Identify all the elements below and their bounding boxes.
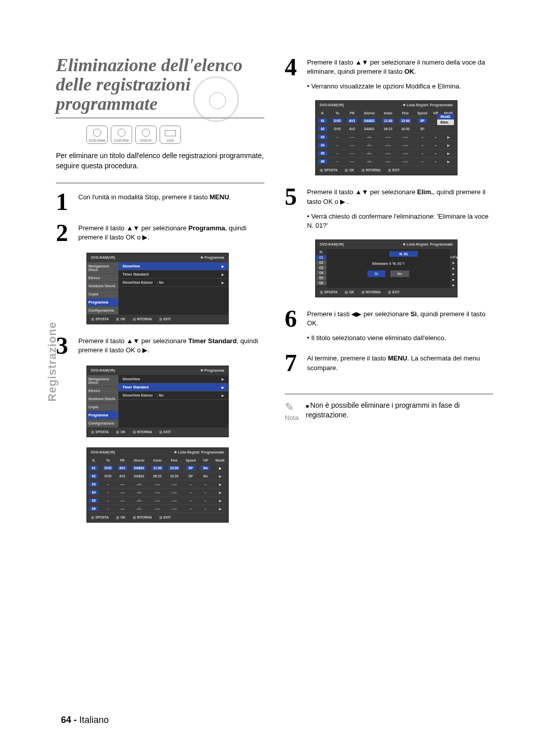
step-5: 5 Premere il tasto ▲▼ per selezionare El…	[285, 186, 493, 207]
osd-screen-programma-showview: DVD-RAM(VR)Programma Navigazione Disco E…	[86, 253, 229, 324]
popup-elim: Elim.	[437, 119, 454, 125]
table-row: 04--------/----:----:------	[87, 489, 228, 497]
side-programma: Programma	[87, 411, 118, 419]
osd-screen-programma-timer: DVD-RAM(VR)Programma Navigazione Disco E…	[86, 366, 229, 437]
menu-showview: ShowView	[118, 262, 228, 270]
left-column: Eliminazione dell'elenco delle registraz…	[56, 56, 264, 533]
table-row: 05--------/----:----:------	[87, 497, 228, 505]
dialog-question: Eliminare il 'N. 01'?	[329, 257, 448, 270]
side-copia: Copia	[87, 403, 118, 411]
step-text: Con l'unità in modalità Stop, premere il…	[78, 191, 231, 213]
side-elenco: Elenco	[87, 274, 118, 282]
table-row: 06--------/----:----:------	[87, 505, 228, 513]
side-config: Configurazione	[87, 307, 118, 315]
step-2: 2 Premere il tasto ▲▼ per selezionare Pr…	[56, 222, 264, 244]
section-tab: Registrazione	[46, 322, 59, 402]
badge-vhs: VHS	[160, 126, 181, 144]
menu-timer-std: Timer Standard	[118, 270, 228, 279]
step-7: 7 Al termine, premere il tasto MENU. La …	[285, 352, 493, 374]
step-6: 6 Premere i tasti ◀▶ per selezionare Sì,…	[285, 308, 493, 329]
step-number: 7	[285, 352, 302, 374]
side-copia: Copia	[87, 290, 118, 298]
step-3: 3 Premere il tasto ▲▼ per selezionare Ti…	[56, 335, 264, 356]
step-text: Premere il tasto ▲▼ per selezionare Prog…	[78, 222, 264, 244]
osd-screen-confirm: DVD-RAM(VR)Lista Registr. Programmate N.…	[315, 239, 458, 297]
dialog-no: No	[390, 270, 409, 277]
menu-timer-std: Timer Standard	[118, 383, 228, 391]
media-badges: DVD-RAM DVD-RW DVD-R VHS	[86, 126, 264, 144]
step-text: Premere i tasti ◀▶ per selezionare Sì, q…	[307, 308, 493, 329]
intro-text: Per eliminare un titolo dall'elenco dell…	[56, 151, 264, 171]
step-number: 6	[285, 308, 302, 329]
popup-modif: Modif.	[437, 114, 454, 119]
step-text: Premere il tasto ▲▼ per selezionare Elim…	[307, 186, 493, 207]
menu-sv-esteso: ShowView Esteso : No	[118, 391, 228, 400]
side-gestione: Gestione Dischi	[87, 395, 118, 403]
badge-dvd-r: DVD-R	[135, 126, 157, 144]
table-header-row: N.ToPRGiornoInizioFineSpeedV/PModif.	[87, 457, 228, 464]
menu-showview: ShowView	[118, 375, 228, 383]
step-4-bullet: • Verranno visualizzate le opzioni Modif…	[307, 82, 493, 91]
note-text: Non è possibile eliminare i programmi in…	[306, 401, 493, 420]
step-text: Premere il tasto ▲▼ per selezionare il n…	[307, 56, 493, 78]
step-text: Premere il tasto ▲▼ per selezionare Time…	[78, 335, 264, 356]
step-5-bullet: • Verrà chiesto di confermare l'eliminaz…	[307, 212, 493, 230]
step-number: 5	[285, 186, 302, 207]
note-icon: ✎	[285, 401, 298, 414]
table-row: 01DVDAV1SAB0111:0013:00SPNo	[87, 464, 228, 472]
side-gestione: Gestione Dischi	[87, 282, 118, 290]
dialog-title: N. 01	[389, 251, 418, 257]
dialog-yes: Sì	[368, 270, 385, 277]
menu-sv-esteso: ShowView Esteso : No	[118, 279, 228, 287]
side-nav-disco: Navigazione Disco	[87, 375, 118, 387]
step-number: 2	[56, 222, 73, 244]
divider	[56, 117, 264, 118]
step-number: 4	[285, 56, 302, 78]
page-footer: 64 - Italiano	[61, 715, 109, 725]
schedule-table: N.ToPRGiornoInizioFineSpeedV/PModif. 01D…	[316, 110, 457, 166]
side-programma: Programma	[87, 298, 118, 307]
step-1: 1 Con l'unità in modalità Stop, premere …	[56, 191, 264, 213]
divider	[56, 183, 264, 184]
side-elenco: Elenco	[87, 387, 118, 395]
badge-dvd-rw: DVD-RW	[111, 126, 132, 144]
step-number: 1	[56, 191, 73, 213]
step-4: 4 Premere il tasto ▲▼ per selezionare il…	[285, 56, 493, 78]
badge-dvd-ram: DVD-RAM	[86, 126, 108, 144]
right-column: 4 Premere il tasto ▲▼ per selezionare il…	[285, 56, 493, 533]
table-row: 02DVDAV2SAB0109:2210:30SPNo	[87, 472, 228, 480]
step-text: Al termine, premere il tasto MENU. La sc…	[307, 352, 493, 374]
note-block: ✎ Nota Non è possibile eliminare i progr…	[285, 394, 493, 421]
step-6-bullet: • Il titolo selezionato viene eliminato …	[307, 334, 493, 343]
page-title: Eliminazione dell'elenco delle registraz…	[56, 56, 264, 113]
osd-screen-schedule-popup: DVD-RAM(VR)Lista Registr. Programmate N.…	[315, 100, 458, 175]
table-row: 03--------/----:----:------	[87, 480, 228, 489]
note-label: Nota	[285, 414, 298, 421]
side-config: Configurazione	[87, 419, 118, 428]
osd-screen-schedule: DVD-RAM(VR)Lista Registr. Programmate N.…	[86, 447, 229, 523]
schedule-table: N.ToPRGiornoInizioFineSpeedV/PModif. 01D…	[87, 457, 228, 513]
side-nav-disco: Navigazione Disco	[87, 262, 118, 274]
